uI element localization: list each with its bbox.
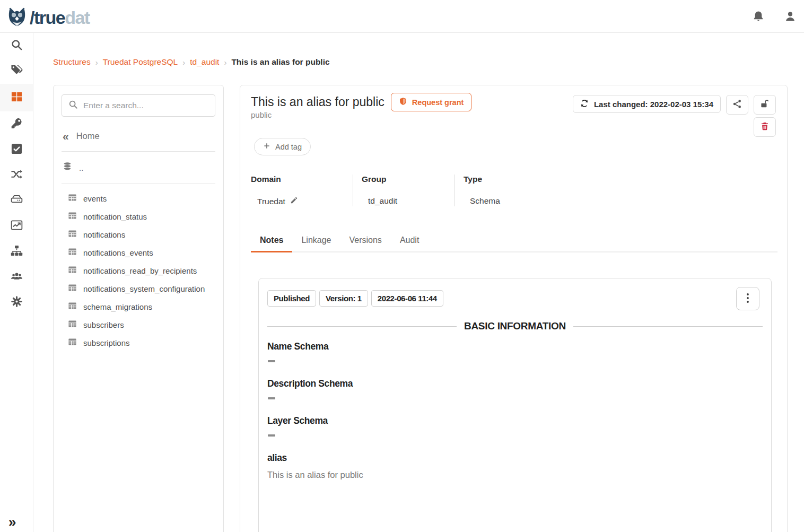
divider bbox=[267, 326, 457, 327]
date-badge: 2022-06-06 11:44 bbox=[371, 290, 443, 307]
truedat-logo[interactable]: /truedat bbox=[5, 5, 90, 30]
server-icon bbox=[11, 194, 23, 208]
tree-item-table[interactable]: notifications_system_configuration bbox=[54, 280, 223, 298]
sitemap-icon bbox=[11, 245, 23, 259]
tree-item-table[interactable]: subscribers bbox=[54, 316, 223, 334]
tree-parent-link[interactable]: .. bbox=[54, 152, 223, 184]
type-value: Schema bbox=[470, 196, 500, 206]
field-value: This is an alias for public bbox=[267, 470, 763, 480]
search-icon bbox=[11, 39, 23, 53]
last-changed-button[interactable]: Last changed: 2022-02-03 15:34 bbox=[573, 95, 721, 113]
tree-home-link[interactable]: « Home bbox=[54, 122, 223, 151]
add-tag-button[interactable]: Add tag bbox=[254, 138, 311, 155]
field-label: Layer Schema bbox=[267, 415, 763, 426]
tree-search-input[interactable] bbox=[83, 101, 208, 110]
plus-icon bbox=[263, 142, 270, 151]
tags-icon bbox=[11, 64, 23, 79]
bell-icon[interactable] bbox=[752, 10, 765, 23]
sidebar-item-taxonomy[interactable] bbox=[0, 239, 33, 264]
table-name: notifications_events bbox=[83, 248, 153, 257]
note-badges: Published Version: 1 2022-06-06 11:44 bbox=[267, 290, 443, 307]
add-tag-label: Add tag bbox=[275, 143, 302, 151]
users-icon bbox=[11, 270, 23, 284]
app-header: /truedat bbox=[0, 0, 804, 33]
empty-value-dash bbox=[268, 397, 275, 399]
table-name: notifications_read_by_recipients bbox=[83, 266, 197, 275]
meta-label: Type bbox=[464, 175, 551, 184]
breadcrumb-system[interactable]: Truedat PostgreSQL bbox=[103, 57, 178, 67]
group-value: td_audit bbox=[368, 196, 397, 206]
note-fields: Name Schema Description Schema Layer Sch… bbox=[267, 341, 763, 496]
field-layer-schema: Layer Schema bbox=[267, 415, 763, 437]
tree-item-table[interactable]: schema_migrations bbox=[54, 298, 223, 316]
unlock-icon bbox=[760, 99, 770, 110]
sidebar-item-lineage[interactable] bbox=[0, 162, 33, 188]
sidebar-item-systems[interactable] bbox=[0, 188, 33, 213]
table-icon bbox=[68, 337, 77, 348]
request-grant-button[interactable]: Request grant bbox=[391, 93, 472, 111]
section-title: BASIC INFORMATION bbox=[464, 320, 566, 332]
tree-item-table[interactable]: subscriptions bbox=[54, 334, 223, 352]
pencil-icon[interactable] bbox=[290, 196, 298, 206]
sidebar-item-settings[interactable] bbox=[0, 290, 33, 315]
share-button[interactable] bbox=[726, 95, 748, 115]
note-menu-button[interactable] bbox=[736, 287, 759, 310]
sidebar-item-users[interactable] bbox=[0, 264, 33, 290]
shuffle-icon bbox=[11, 168, 23, 182]
sidebar-item-dashboards[interactable] bbox=[0, 213, 33, 239]
table-icon bbox=[68, 247, 77, 258]
share-icon bbox=[732, 99, 742, 110]
sidebar-item-search[interactable] bbox=[0, 33, 33, 58]
sidebar-rail: » bbox=[0, 33, 33, 532]
chevron-right-icon: › bbox=[182, 58, 185, 67]
gear-icon bbox=[11, 295, 23, 310]
tab-notes[interactable]: Notes bbox=[251, 230, 292, 251]
breadcrumb-current: This is an alias for public bbox=[231, 57, 329, 67]
search-icon bbox=[68, 100, 78, 111]
table-icon bbox=[68, 319, 77, 330]
tab-linkage[interactable]: Linkage bbox=[292, 230, 340, 251]
tab-versions[interactable]: Versions bbox=[340, 230, 391, 251]
owl-logo-icon bbox=[5, 5, 29, 30]
sidebar-item-tags[interactable] bbox=[0, 58, 33, 84]
divider bbox=[573, 326, 763, 327]
user-icon[interactable] bbox=[784, 10, 797, 23]
sidebar-item-quality[interactable] bbox=[0, 137, 33, 162]
status-badge: Published bbox=[267, 290, 316, 307]
table-name: notifications_system_configuration bbox=[83, 284, 205, 293]
tab-audit[interactable]: Audit bbox=[391, 230, 428, 251]
detail-tabs: Notes Linkage Versions Audit bbox=[251, 230, 777, 252]
tree-item-table[interactable]: notifications_events bbox=[54, 243, 223, 261]
meta-group: Group td_audit bbox=[353, 175, 455, 206]
table-icon bbox=[68, 265, 77, 276]
field-label: alias bbox=[267, 452, 763, 464]
empty-value-dash bbox=[268, 434, 275, 437]
breadcrumb-group[interactable]: td_audit bbox=[190, 57, 219, 67]
tree-item-table[interactable]: notifications_read_by_recipients bbox=[54, 261, 223, 280]
field-label: Name Schema bbox=[267, 341, 763, 352]
structure-detail-panel: This is an alias for public Request gran… bbox=[240, 85, 788, 532]
sidebar-expand-button[interactable]: » bbox=[8, 515, 16, 529]
sidebar-item-structures[interactable] bbox=[0, 84, 33, 111]
delete-button[interactable] bbox=[754, 117, 776, 137]
logo-wordmark: /truedat bbox=[30, 7, 90, 28]
meta-section: Domain Truedat Group td_audit Type Schem… bbox=[251, 175, 556, 206]
tree-item-table[interactable]: notifications bbox=[54, 225, 223, 243]
table-icon bbox=[68, 193, 77, 204]
tree-item-table[interactable]: events bbox=[54, 189, 223, 207]
note-card: Published Version: 1 2022-06-06 11:44 BA… bbox=[258, 278, 772, 532]
structure-subtitle: public bbox=[251, 110, 272, 119]
table-icon bbox=[68, 229, 77, 240]
sidebar-item-permissions[interactable] bbox=[0, 111, 33, 137]
refresh-icon bbox=[580, 99, 589, 109]
tree-item-table[interactable]: notification_status bbox=[54, 207, 223, 225]
trash-icon bbox=[760, 121, 770, 133]
breadcrumb-structures[interactable]: Structures bbox=[53, 57, 91, 67]
meta-domain: Domain Truedat bbox=[251, 175, 353, 206]
unlock-button[interactable] bbox=[754, 95, 776, 115]
empty-value-dash bbox=[268, 360, 275, 362]
table-list: events notification_status notifications… bbox=[54, 184, 223, 352]
tree-search-box[interactable] bbox=[62, 94, 215, 117]
chevron-double-left-icon: « bbox=[63, 130, 69, 142]
request-grant-label: Request grant bbox=[412, 98, 464, 107]
